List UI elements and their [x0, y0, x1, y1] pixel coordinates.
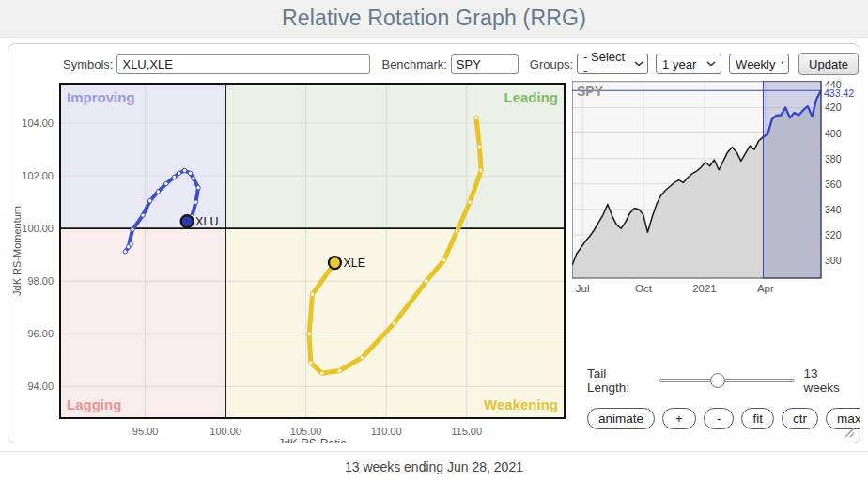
tail-length-slider[interactable] — [659, 373, 795, 389]
tail-length-row: Tail Length: 13 weeks — [572, 366, 856, 395]
chart-buttons-row: animate+-fitctrmax — [572, 408, 856, 429]
svg-text:340: 340 — [825, 204, 842, 215]
svg-text:Lagging: Lagging — [67, 396, 121, 412]
groups-select-value: - Select - — [583, 50, 628, 78]
svg-text:XLE: XLE — [343, 257, 365, 270]
svg-text:98.00: 98.00 — [27, 275, 54, 287]
benchmark-chart-area: JulOct2021Apr300320340360380400420440433… — [572, 81, 854, 299]
rrg-chart-area: 95.00100.00105.00110.00115.0094.0096.009… — [8, 79, 568, 443]
groups-label: Groups: — [530, 57, 573, 71]
symbols-label: Symbols: — [63, 57, 113, 71]
svg-text:Apr: Apr — [757, 283, 774, 294]
tail-length-label: Tail Length: — [587, 366, 650, 395]
svg-text:Jul: Jul — [576, 283, 590, 294]
slider-handle[interactable] — [710, 373, 725, 388]
svg-text:Weakening: Weakening — [484, 396, 558, 412]
rrg-plot[interactable]: 95.00100.00105.00110.00115.0094.0096.009… — [8, 79, 568, 443]
svg-text:105.00: 105.00 — [290, 426, 322, 437]
svg-text:100.00: 100.00 — [209, 426, 241, 437]
resize-handle-icon[interactable] — [843, 426, 855, 438]
svg-text:Improving: Improving — [67, 89, 135, 105]
zoom-out-button[interactable]: - — [704, 408, 735, 429]
rrg-panel: Symbols: Benchmark: Groups: - Select - 1… — [8, 43, 860, 443]
svg-text:300: 300 — [825, 255, 842, 266]
update-button[interactable]: Update — [798, 53, 859, 75]
svg-text:104.00: 104.00 — [22, 117, 54, 129]
footer: 13 weeks ending Jun 28, 2021 — [0, 451, 868, 482]
fit-button[interactable]: fit — [741, 408, 774, 429]
svg-text:380: 380 — [825, 153, 842, 164]
app-header: Relative Rotation Graph (RRG) — [0, 0, 868, 38]
zoom-in-button[interactable]: + — [662, 408, 696, 429]
side-panel: JulOct2021Apr300320340360380400420440433… — [572, 81, 856, 443]
footer-caption: 13 weeks ending Jun 28, 2021 — [345, 459, 523, 474]
svg-text:110.00: 110.00 — [371, 426, 402, 437]
chevron-down-icon — [781, 61, 783, 67]
svg-text:2021: 2021 — [692, 283, 717, 294]
groups-select[interactable]: - Select - — [577, 54, 648, 74]
spy-chart: JulOct2021Apr300320340360380400420440433… — [572, 81, 854, 299]
svg-text:320: 320 — [825, 229, 842, 241]
svg-text:360: 360 — [825, 179, 842, 190]
svg-text:JdK RS-Momentum: JdK RS-Momentum — [11, 206, 23, 296]
main-content: 95.00100.00105.00110.00115.0094.0096.009… — [8, 79, 860, 443]
svg-text:420: 420 — [825, 101, 842, 113]
svg-text:102.00: 102.00 — [22, 170, 54, 181]
slider-track[interactable] — [659, 379, 795, 382]
svg-text:433.42: 433.42 — [824, 87, 854, 99]
benchmark-label: Benchmark: — [381, 57, 446, 71]
svg-text:Leading: Leading — [504, 89, 558, 105]
svg-text:JdK RS-Ratio: JdK RS-Ratio — [278, 437, 347, 443]
frequency-select-value: Weekly — [736, 57, 775, 71]
spy-chart-label: SPY — [577, 84, 603, 99]
svg-text:96.00: 96.00 — [27, 328, 54, 339]
center-button[interactable]: ctr — [782, 408, 818, 429]
svg-text:94.00: 94.00 — [27, 381, 54, 392]
svg-text:95.00: 95.00 — [132, 426, 159, 437]
svg-text:Oct: Oct — [635, 283, 653, 294]
svg-text:400: 400 — [825, 128, 842, 139]
symbols-input[interactable] — [116, 54, 370, 74]
frequency-select[interactable]: Weekly — [729, 54, 789, 74]
benchmark-input[interactable] — [451, 54, 519, 74]
svg-text:115.00: 115.00 — [451, 426, 482, 437]
toolbar: Symbols: Benchmark: Groups: - Select - 1… — [8, 44, 860, 75]
animate-button[interactable]: animate — [587, 408, 655, 429]
chevron-down-icon — [634, 61, 643, 67]
svg-text:100.00: 100.00 — [22, 223, 54, 234]
page-title: Relative Rotation Graph (RRG) — [282, 6, 586, 31]
period-select-value: 1 year — [662, 57, 696, 71]
svg-text:XLU: XLU — [195, 215, 218, 228]
chevron-down-icon — [706, 61, 716, 67]
tail-length-value: 13 weeks — [803, 366, 856, 395]
period-select[interactable]: 1 year — [656, 54, 721, 74]
